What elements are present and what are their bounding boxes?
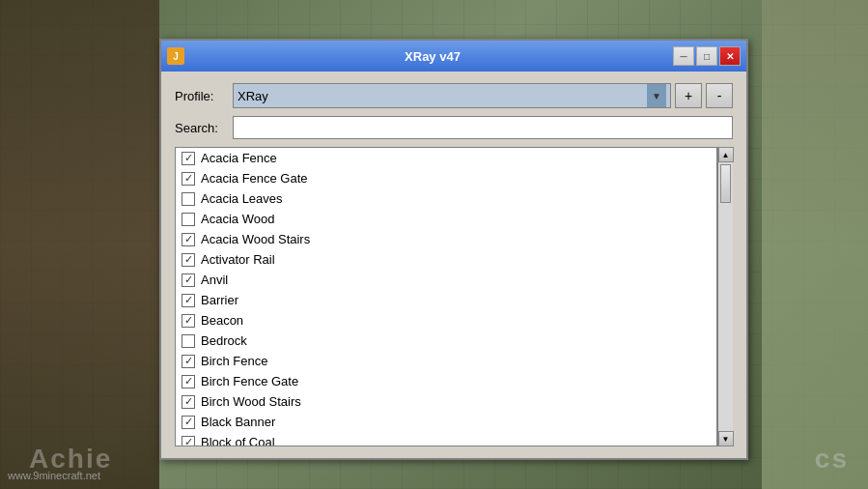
list-item[interactable]: Birch Fence Gate: [176, 371, 716, 391]
add-profile-button[interactable]: +: [675, 83, 702, 108]
checkbox[interactable]: [182, 436, 195, 446]
checkbox[interactable]: [182, 294, 195, 307]
checkbox[interactable]: [182, 334, 195, 348]
list-item[interactable]: Barrier: [176, 290, 716, 310]
scroll-thumb[interactable]: [720, 164, 731, 203]
checkbox[interactable]: [182, 192, 195, 206]
profile-value: XRay: [238, 89, 647, 103]
list-item[interactable]: Activator Rail: [176, 249, 716, 270]
list-item[interactable]: Bedrock: [176, 331, 716, 351]
scroll-track[interactable]: [718, 162, 733, 431]
item-label: Acacia Wood: [201, 212, 274, 226]
achievement-text-right: cs: [815, 444, 849, 475]
dialog-content: Profile: XRay ▼ + - Search: Acacia Fence…: [161, 72, 746, 458]
list-item[interactable]: Birch Wood Stairs: [176, 391, 716, 412]
checkbox[interactable]: [182, 355, 195, 368]
scroll-up-button[interactable]: ▲: [718, 147, 734, 162]
watermark: www.9minecraft.net: [8, 470, 100, 481]
list-item[interactable]: Birch Fence: [176, 351, 716, 371]
profile-controls: XRay ▼ + -: [233, 83, 733, 108]
list-item[interactable]: Acacia Fence: [176, 148, 716, 168]
list-item[interactable]: Block of Coal: [176, 432, 716, 446]
checkbox[interactable]: [182, 253, 195, 267]
item-label: Acacia Fence: [201, 151, 277, 165]
background-right-panel: [762, 0, 868, 489]
profile-dropdown[interactable]: XRay ▼: [233, 83, 671, 108]
item-label: Block of Coal: [201, 435, 275, 446]
close-button[interactable]: ✕: [719, 46, 741, 66]
checkbox[interactable]: [182, 314, 195, 328]
remove-profile-button[interactable]: -: [706, 83, 733, 108]
list-item[interactable]: Anvil: [176, 270, 716, 290]
list-container: Acacia FenceAcacia Fence GateAcacia Leav…: [175, 147, 733, 446]
item-label: Acacia Wood Stairs: [201, 232, 310, 246]
item-label: Acacia Leaves: [201, 191, 283, 206]
list-item[interactable]: Acacia Fence Gate: [176, 168, 716, 188]
search-row: Search:: [175, 116, 733, 139]
search-input[interactable]: [233, 116, 733, 139]
item-label: Birch Fence: [201, 354, 267, 368]
item-label: Activator Rail: [201, 252, 275, 267]
list-inner: Acacia FenceAcacia Fence GateAcacia Leav…: [176, 148, 716, 446]
list-item[interactable]: Acacia Wood: [176, 209, 716, 229]
dialog-title: XRay v47: [192, 49, 673, 64]
checkbox[interactable]: [182, 233, 195, 246]
item-label: Anvil: [201, 273, 228, 287]
item-label: Bedrock: [201, 333, 247, 348]
checkbox[interactable]: [182, 152, 195, 165]
items-list: Acacia FenceAcacia Fence GateAcacia Leav…: [175, 147, 717, 446]
maximize-button[interactable]: □: [696, 46, 717, 66]
profile-label: Profile:: [175, 89, 233, 103]
background-left-panel: [0, 0, 159, 489]
item-label: Barrier: [201, 293, 238, 307]
list-item[interactable]: Beacon: [176, 310, 716, 331]
list-item[interactable]: Acacia Leaves: [176, 188, 716, 209]
item-label: Acacia Fence Gate: [201, 171, 308, 186]
list-item[interactable]: Acacia Wood Stairs: [176, 229, 716, 249]
checkbox[interactable]: [182, 395, 195, 409]
checkbox[interactable]: [182, 213, 195, 226]
checkbox[interactable]: [182, 375, 195, 388]
minimize-button[interactable]: ─: [673, 46, 694, 66]
item-label: Birch Fence Gate: [201, 374, 298, 388]
scrollbar[interactable]: ▲ ▼: [717, 147, 733, 446]
checkbox[interactable]: [182, 416, 195, 429]
dropdown-arrow-icon[interactable]: ▼: [647, 84, 666, 107]
scroll-down-button[interactable]: ▼: [718, 431, 734, 446]
app-icon: J: [167, 47, 184, 65]
title-bar: J XRay v47 ─ □ ✕: [161, 41, 746, 72]
profile-row: Profile: XRay ▼ + -: [175, 83, 733, 108]
checkbox[interactable]: [182, 172, 195, 186]
search-label: Search:: [175, 121, 233, 135]
list-item[interactable]: Black Banner: [176, 412, 716, 432]
xray-dialog: J XRay v47 ─ □ ✕ Profile: XRay ▼ + - Sea…: [159, 39, 748, 460]
item-label: Black Banner: [201, 415, 275, 429]
item-label: Beacon: [201, 313, 243, 328]
checkbox[interactable]: [182, 273, 195, 287]
item-label: Birch Wood Stairs: [201, 394, 301, 409]
window-controls: ─ □ ✕: [673, 46, 741, 66]
